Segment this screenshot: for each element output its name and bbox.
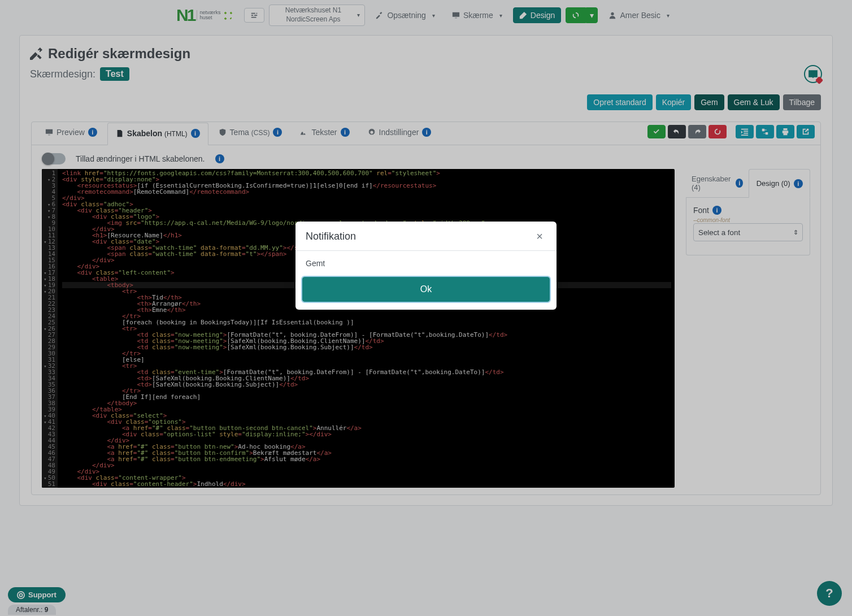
modal-ok-button[interactable]: Ok <box>302 277 550 302</box>
notification-modal: Notifikation × Gemt Ok <box>295 222 557 310</box>
modal-title: Notifikation <box>306 231 356 242</box>
modal-body: Gemt <box>295 251 557 271</box>
modal-close-button[interactable]: × <box>533 229 546 244</box>
